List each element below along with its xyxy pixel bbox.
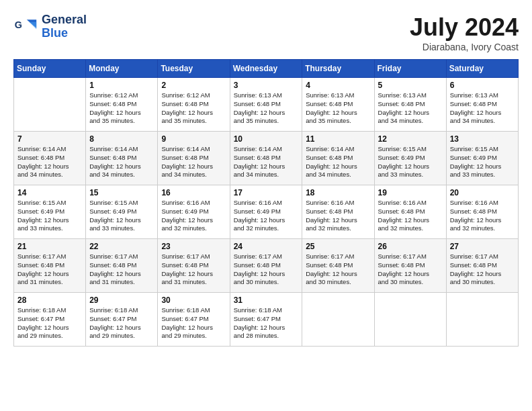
calendar-cell: 14Sunrise: 6:15 AM Sunset: 6:49 PM Dayli… (14, 185, 86, 239)
day-info: Sunrise: 6:15 AM Sunset: 6:49 PM Dayligh… (378, 145, 443, 179)
logo-text: General Blue (42, 13, 87, 40)
day-number: 25 (306, 242, 370, 251)
day-number: 29 (89, 295, 154, 305)
day-info: Sunrise: 6:18 AM Sunset: 6:47 PM Dayligh… (234, 306, 299, 340)
page-header: G General Blue July 2024 Diarabana, Ivor… (13, 13, 519, 52)
calendar-cell: 13Sunrise: 6:15 AM Sunset: 6:49 PM Dayli… (446, 132, 518, 185)
calendar-cell: 30Sunrise: 6:18 AM Sunset: 6:47 PM Dayli… (158, 293, 230, 347)
day-number: 20 (450, 188, 515, 197)
calendar-cell: 28Sunrise: 6:18 AM Sunset: 6:47 PM Dayli… (14, 293, 86, 347)
day-number: 26 (378, 242, 443, 251)
calendar-cell (14, 78, 86, 132)
day-info: Sunrise: 6:14 AM Sunset: 6:48 PM Dayligh… (306, 145, 370, 179)
day-number: 27 (450, 242, 515, 251)
calendar-cell: 23Sunrise: 6:17 AM Sunset: 6:48 PM Dayli… (158, 239, 230, 293)
calendar-cell: 17Sunrise: 6:16 AM Sunset: 6:49 PM Dayli… (230, 185, 302, 239)
svg-text:G: G (15, 19, 22, 30)
calendar-cell: 25Sunrise: 6:17 AM Sunset: 6:48 PM Dayli… (302, 239, 374, 293)
day-info: Sunrise: 6:17 AM Sunset: 6:48 PM Dayligh… (450, 253, 515, 287)
day-number: 13 (450, 134, 515, 144)
day-info: Sunrise: 6:14 AM Sunset: 6:48 PM Dayligh… (161, 145, 226, 179)
day-info: Sunrise: 6:18 AM Sunset: 6:47 PM Dayligh… (161, 306, 226, 340)
dow-header-tuesday: Tuesday (158, 60, 230, 78)
day-number: 23 (161, 242, 226, 251)
week-row-5: 28Sunrise: 6:18 AM Sunset: 6:47 PM Dayli… (14, 293, 519, 347)
day-of-week-header: SundayMondayTuesdayWednesdayThursdayFrid… (14, 60, 519, 78)
day-number: 2 (161, 81, 226, 90)
calendar-cell: 12Sunrise: 6:15 AM Sunset: 6:49 PM Dayli… (374, 132, 446, 185)
day-info: Sunrise: 6:12 AM Sunset: 6:48 PM Dayligh… (161, 91, 226, 126)
location: Diarabana, Ivory Coast (410, 42, 519, 52)
calendar-cell: 31Sunrise: 6:18 AM Sunset: 6:47 PM Dayli… (230, 293, 302, 347)
day-info: Sunrise: 6:17 AM Sunset: 6:48 PM Dayligh… (161, 253, 226, 287)
day-info: Sunrise: 6:13 AM Sunset: 6:48 PM Dayligh… (378, 91, 443, 126)
day-number: 11 (306, 134, 370, 144)
day-number: 3 (234, 81, 299, 90)
day-info: Sunrise: 6:16 AM Sunset: 6:48 PM Dayligh… (378, 199, 443, 233)
calendar-cell: 6Sunrise: 6:13 AM Sunset: 6:48 PM Daylig… (446, 78, 518, 132)
day-info: Sunrise: 6:14 AM Sunset: 6:48 PM Dayligh… (234, 145, 299, 179)
calendar-cell: 24Sunrise: 6:17 AM Sunset: 6:48 PM Dayli… (230, 239, 302, 293)
day-number: 21 (17, 242, 82, 251)
logo-icon: G (13, 15, 38, 39)
calendar-cell: 5Sunrise: 6:13 AM Sunset: 6:48 PM Daylig… (374, 78, 446, 132)
day-number: 30 (161, 295, 226, 305)
day-number: 12 (378, 134, 443, 144)
day-info: Sunrise: 6:15 AM Sunset: 6:49 PM Dayligh… (17, 199, 82, 233)
day-number: 19 (378, 188, 443, 197)
day-number: 10 (234, 134, 299, 144)
calendar-cell: 26Sunrise: 6:17 AM Sunset: 6:48 PM Dayli… (374, 239, 446, 293)
logo: G General Blue (13, 13, 87, 40)
day-number: 24 (234, 242, 299, 251)
week-row-2: 7Sunrise: 6:14 AM Sunset: 6:48 PM Daylig… (14, 132, 519, 185)
day-number: 5 (378, 81, 443, 90)
calendar-cell (374, 293, 446, 347)
day-number: 9 (161, 134, 226, 144)
day-info: Sunrise: 6:17 AM Sunset: 6:48 PM Dayligh… (234, 253, 299, 287)
calendar-cell: 8Sunrise: 6:14 AM Sunset: 6:48 PM Daylig… (86, 132, 158, 185)
day-info: Sunrise: 6:17 AM Sunset: 6:48 PM Dayligh… (306, 253, 370, 287)
dow-header-sunday: Sunday (14, 60, 86, 78)
day-number: 28 (17, 295, 82, 305)
calendar-cell: 18Sunrise: 6:16 AM Sunset: 6:48 PM Dayli… (302, 185, 374, 239)
day-info: Sunrise: 6:13 AM Sunset: 6:48 PM Dayligh… (234, 91, 299, 126)
calendar-cell: 20Sunrise: 6:16 AM Sunset: 6:48 PM Dayli… (446, 185, 518, 239)
svg-marker-2 (29, 22, 36, 30)
week-row-3: 14Sunrise: 6:15 AM Sunset: 6:49 PM Dayli… (14, 185, 519, 239)
dow-header-thursday: Thursday (302, 60, 374, 78)
calendar-cell: 29Sunrise: 6:18 AM Sunset: 6:47 PM Dayli… (86, 293, 158, 347)
day-info: Sunrise: 6:18 AM Sunset: 6:47 PM Dayligh… (17, 306, 82, 340)
calendar-cell: 19Sunrise: 6:16 AM Sunset: 6:48 PM Dayli… (374, 185, 446, 239)
calendar-cell: 7Sunrise: 6:14 AM Sunset: 6:48 PM Daylig… (14, 132, 86, 185)
day-number: 7 (17, 134, 82, 144)
calendar-cell (446, 293, 518, 347)
title-block: July 2024 Diarabana, Ivory Coast (410, 13, 519, 52)
day-number: 18 (306, 188, 370, 197)
calendar-cell: 27Sunrise: 6:17 AM Sunset: 6:48 PM Dayli… (446, 239, 518, 293)
day-number: 6 (450, 81, 515, 90)
calendar-cell: 2Sunrise: 6:12 AM Sunset: 6:48 PM Daylig… (158, 78, 230, 132)
dow-header-wednesday: Wednesday (230, 60, 302, 78)
day-number: 1 (89, 81, 154, 90)
day-number: 15 (89, 188, 154, 197)
day-number: 8 (89, 134, 154, 144)
dow-header-monday: Monday (86, 60, 158, 78)
day-number: 16 (161, 188, 226, 197)
calendar-cell: 10Sunrise: 6:14 AM Sunset: 6:48 PM Dayli… (230, 132, 302, 185)
calendar-cell: 15Sunrise: 6:15 AM Sunset: 6:49 PM Dayli… (86, 185, 158, 239)
day-info: Sunrise: 6:12 AM Sunset: 6:48 PM Dayligh… (89, 91, 154, 126)
day-number: 17 (234, 188, 299, 197)
week-row-4: 21Sunrise: 6:17 AM Sunset: 6:48 PM Dayli… (14, 239, 519, 293)
calendar-cell: 22Sunrise: 6:17 AM Sunset: 6:48 PM Dayli… (86, 239, 158, 293)
day-info: Sunrise: 6:17 AM Sunset: 6:48 PM Dayligh… (378, 253, 443, 287)
calendar-cell: 21Sunrise: 6:17 AM Sunset: 6:48 PM Dayli… (14, 239, 86, 293)
day-info: Sunrise: 6:16 AM Sunset: 6:48 PM Dayligh… (450, 199, 515, 233)
day-number: 14 (17, 188, 82, 197)
calendar-table: SundayMondayTuesdayWednesdayThursdayFrid… (13, 59, 519, 347)
logo-line2: Blue (42, 27, 87, 40)
calendar-cell: 1Sunrise: 6:12 AM Sunset: 6:48 PM Daylig… (86, 78, 158, 132)
day-info: Sunrise: 6:15 AM Sunset: 6:49 PM Dayligh… (450, 145, 515, 179)
day-number: 31 (234, 295, 299, 305)
day-info: Sunrise: 6:18 AM Sunset: 6:47 PM Dayligh… (89, 306, 154, 340)
day-info: Sunrise: 6:16 AM Sunset: 6:49 PM Dayligh… (161, 199, 226, 233)
